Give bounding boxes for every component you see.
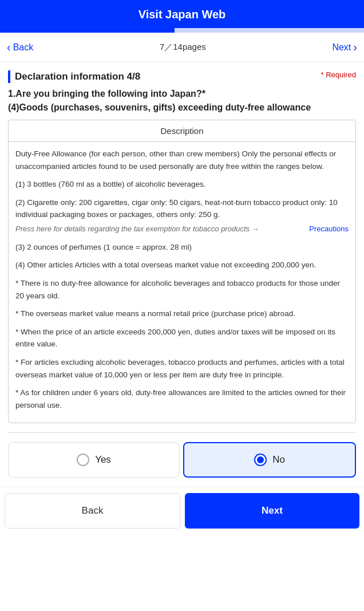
no-option[interactable]: No bbox=[183, 442, 356, 478]
desc-item4: (4) Other articles Articles with a total… bbox=[15, 259, 349, 271]
desc-note3: * When the price of an article exceeds 2… bbox=[15, 326, 349, 350]
no-label: No bbox=[272, 454, 285, 466]
radio-dot bbox=[257, 456, 264, 463]
action-buttons: Back Next bbox=[0, 487, 364, 534]
back-button[interactable]: Back bbox=[5, 493, 180, 529]
question-text: 1.Are you bringing the following into Ja… bbox=[8, 89, 356, 99]
progress-bar-container bbox=[0, 28, 364, 33]
precautions-row: Press here for details regarding the tax… bbox=[15, 223, 349, 235]
desc-item3: (3) 2 ounces of perfumes (1 ounce = appr… bbox=[15, 241, 349, 254]
next-chevron-icon bbox=[353, 41, 357, 54]
desc-item2: (2) Cigarette only: 200 cigarettes, ciga… bbox=[15, 196, 349, 221]
main-content: Declaration information 4/8 * Required 1… bbox=[0, 62, 364, 478]
required-label: * Required bbox=[321, 70, 356, 79]
yes-label: Yes bbox=[95, 454, 111, 466]
next-button[interactable]: Next bbox=[185, 493, 359, 529]
nav-back-label: Back bbox=[13, 42, 34, 53]
yes-option[interactable]: Yes bbox=[8, 442, 180, 478]
desc-note4: * For articles excluding alcoholic bever… bbox=[15, 356, 349, 381]
page-counter: 7／14pages bbox=[160, 42, 206, 53]
nav-row: Back 7／14pages Next bbox=[0, 33, 364, 62]
desc-item1: (1) 3 bottles (760 ml as a bottle) of al… bbox=[15, 178, 349, 191]
nav-back-button[interactable]: Back bbox=[7, 41, 33, 54]
back-chevron-icon bbox=[7, 41, 11, 54]
progress-bar-fill bbox=[0, 28, 175, 33]
no-radio[interactable] bbox=[254, 454, 267, 466]
section-title: Declaration information 4/8 bbox=[8, 70, 140, 83]
desc-note1: * There is no duty-free allowance for al… bbox=[15, 277, 349, 302]
nav-next-label: Next bbox=[332, 42, 351, 53]
yes-radio[interactable] bbox=[77, 454, 89, 466]
goods-title: (4)Goods (purchases, souvenirs, gifts) e… bbox=[8, 103, 356, 113]
description-header: Description bbox=[9, 120, 355, 142]
app-title: Visit Japan Web bbox=[0, 0, 364, 28]
yes-no-container: Yes No bbox=[8, 432, 356, 478]
header-title-text: Visit Japan Web bbox=[139, 8, 226, 21]
precautions-link[interactable]: Precautions bbox=[309, 223, 349, 235]
desc-note5: * As for children under 6 years old, dut… bbox=[15, 387, 349, 411]
description-body: Duty-Free Allowance (for each person, ot… bbox=[9, 148, 355, 411]
nav-next-button[interactable]: Next bbox=[332, 41, 357, 54]
desc-note2: * The overseas market value means a norm… bbox=[15, 308, 349, 320]
desc-paragraph1: Duty-Free Allowance (for each person, ot… bbox=[15, 148, 349, 172]
section-header: Declaration information 4/8 * Required bbox=[8, 70, 356, 83]
tobacco-note: Press here for details regarding the tax… bbox=[15, 223, 259, 235]
description-box: Description Duty-Free Allowance (for eac… bbox=[8, 120, 356, 423]
